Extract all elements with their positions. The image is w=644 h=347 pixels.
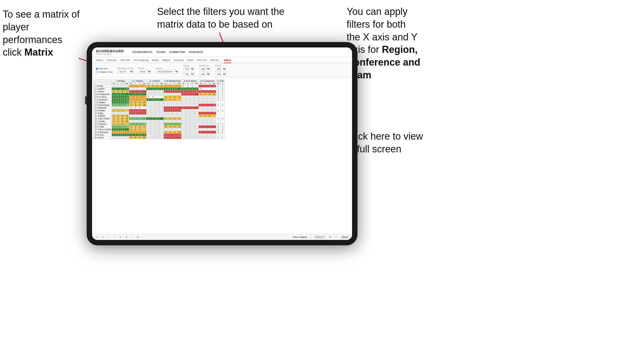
matrix-cell-partial [220,134,225,136]
matrix-cell: 3 [129,136,133,139]
tab-players[interactable]: Players [162,58,170,63]
matrix-cell [190,120,194,123]
matrix-cell: 0 [116,93,120,96]
matrix-cell: 0 [138,131,142,134]
matrix-cell: 1 [133,123,138,126]
matrix-cell: 2 [112,128,116,131]
filter-players-select2[interactable]: (All) [215,72,227,76]
matrix-cell [159,107,164,109]
undo-btn[interactable]: ↩ [95,235,99,239]
matrix-cell [173,93,177,96]
matrix-cell: 0 [190,88,194,90]
matrix-cell [199,136,203,139]
matrix-cell: 1 [203,93,207,96]
player-row-name: 5. M La Sasso [94,96,112,98]
matrix-cell: 3 [133,136,138,139]
filter-conference-select1[interactable]: (All) [199,67,211,71]
filter-region-select1[interactable]: N/A [183,67,195,71]
filter-players-select1[interactable]: (All) [215,67,227,71]
matrix-cell-partial: 1 [220,93,225,96]
tab-h2h-heatmap[interactable]: H2H Heatmap [134,58,149,63]
tab-h2h-grid[interactable]: H2H Grid [120,58,130,63]
filter-division-select[interactable]: NCAA Division I [156,70,179,74]
matrix-cell [142,117,146,120]
matrix-cell [212,98,216,101]
matrix-cell: 0 [173,90,177,93]
zoom-in[interactable]: ⊕ [125,235,129,239]
matrix-cell [151,112,155,115]
tab-teams[interactable]: Teams [96,58,103,63]
matrix-cell [190,136,194,139]
zoom-out[interactable]: ⊖ [118,235,122,239]
matrix-cell: 0 [199,112,203,115]
matrix-cell-partial [216,107,220,109]
radio-full-view[interactable]: Full View [96,68,113,70]
filter-max-select[interactable]: Top 25 [117,70,134,74]
matrix-cell [186,101,190,104]
matrix-cell [159,117,164,120]
matrix-cell: 0 [168,88,173,90]
fullscreen-btn[interactable]: ⛶ [334,235,339,239]
matrix-cell-partial: 0 [216,98,220,101]
matrix-cell [203,101,207,104]
tab-summary[interactable]: Summary [106,58,117,63]
filter-conference-select2[interactable]: (All) [199,72,211,76]
tab-h2h-grid2[interactable]: H2H Grid [197,58,207,63]
matrix-cell: 1 [181,88,186,90]
matrix-cell [146,93,151,96]
nav-rankings[interactable]: RANKINGS [189,50,203,54]
tab-matrix2[interactable]: Matrix [224,58,231,63]
matrix-cell: 1 [168,136,173,139]
settings-btn[interactable]: ⚙ [136,235,140,239]
matrix-cell: 0 [120,131,125,134]
share-btn[interactable]: Share [341,235,349,239]
separator1: | [107,235,110,239]
matrix-cell: 0 [120,96,125,98]
grid-btn[interactable]: ⊞ [328,235,332,239]
matrix-cell [159,93,164,96]
matrix-cell [151,126,155,128]
matrix-cell: 0 [207,93,212,96]
matrix-cell [142,93,146,96]
matrix-cell: 0 [151,96,155,98]
filter-region-select2[interactable]: N/A [183,72,195,76]
matrix-cell: 2 [129,123,133,126]
tab-summary2[interactable]: Summary [173,58,184,63]
matrix-cell: 0 [173,96,177,98]
matrix-cell: 0 [181,107,186,109]
matrix-cell [212,88,216,90]
matrix-cell [159,112,164,115]
zoom-fit[interactable]: ⤢ [112,235,116,239]
matrix-cell: 8 [177,126,181,128]
tab-h2hhe[interactable]: H2H He... [210,58,221,63]
tablet-side-button [85,96,87,104]
matrix-container[interactable]: 1. W Ding 2. L Clanton 3. J Koivun 4. M … [92,78,352,234]
radio-compact-view[interactable]: Compact View [96,71,113,73]
matrix-cell [168,104,173,107]
matrix-cell: 3 [168,126,173,128]
tab-detail[interactable]: Detail [187,58,193,63]
col-header-5: 5. M La Sasso [181,80,199,82]
nav-committee[interactable]: COMMITTEE [169,50,185,54]
matrix-cell: 0 [138,101,142,104]
matrix-cell [173,112,177,115]
filter-gender-select[interactable]: Men's [138,70,152,74]
matrix-cell: 1 [129,93,133,96]
matrix-cell [203,117,207,120]
matrix-cell-partial: 2 [216,88,220,90]
nav-teams[interactable]: TEAMS [156,50,165,54]
matrix-cell [177,98,181,101]
nav-tournaments[interactable]: TOURNAMENTS [132,50,152,54]
matrix-cell: 1 [199,115,203,117]
matrix-cell [125,107,129,109]
matrix-cell: 0 [199,104,203,107]
matrix-cell [173,115,177,117]
matrix-cell: 1 [129,131,133,134]
matrix-cell [112,85,116,88]
matrix-cell: 3 [116,131,120,134]
redo-btn[interactable]: ↪ [101,235,105,239]
matrix-cell [190,115,194,117]
watch-btn[interactable]: Watch ▼ [314,235,326,239]
matrix-cell: 0 [120,101,125,104]
tab-matrix[interactable]: Matrix [152,58,159,63]
